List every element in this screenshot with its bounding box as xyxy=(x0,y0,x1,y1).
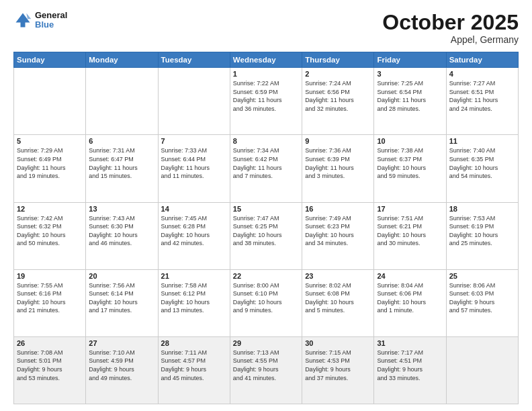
day-number: 26 xyxy=(17,339,83,347)
day-number: 18 xyxy=(449,205,515,213)
table-row: 13Sunrise: 7:43 AM Sunset: 6:30 PM Dayli… xyxy=(86,202,158,269)
day-info: Sunrise: 7:34 AM Sunset: 6:42 PM Dayligh… xyxy=(233,146,299,180)
day-info: Sunrise: 7:29 AM Sunset: 6:49 PM Dayligh… xyxy=(17,146,83,180)
table-row xyxy=(14,68,86,135)
table-row: 30Sunrise: 7:15 AM Sunset: 4:53 PM Dayli… xyxy=(302,336,374,404)
logo-line2: Blue xyxy=(35,20,67,30)
table-row: 1Sunrise: 7:22 AM Sunset: 6:59 PM Daylig… xyxy=(230,68,302,135)
table-row: 27Sunrise: 7:10 AM Sunset: 4:59 PM Dayli… xyxy=(86,336,158,404)
table-row: 31Sunrise: 7:17 AM Sunset: 4:51 PM Dayli… xyxy=(374,336,446,404)
day-number: 10 xyxy=(377,137,443,145)
day-number: 25 xyxy=(449,272,515,280)
day-info: Sunrise: 8:00 AM Sunset: 6:10 PM Dayligh… xyxy=(233,281,299,315)
table-row: 20Sunrise: 7:56 AM Sunset: 6:14 PM Dayli… xyxy=(86,269,158,336)
logo-line1: General xyxy=(35,11,67,20)
day-number: 27 xyxy=(89,339,154,347)
header-saturday: Saturday xyxy=(446,52,518,68)
header-friday: Friday xyxy=(374,52,446,68)
day-info: Sunrise: 7:47 AM Sunset: 6:25 PM Dayligh… xyxy=(233,214,299,248)
table-row: 6Sunrise: 7:31 AM Sunset: 6:47 PM Daylig… xyxy=(86,135,158,202)
svg-marker-1 xyxy=(26,13,31,19)
table-row: 11Sunrise: 7:40 AM Sunset: 6:35 PM Dayli… xyxy=(446,135,518,202)
calendar-week-row: 26Sunrise: 7:08 AM Sunset: 5:01 PM Dayli… xyxy=(14,336,519,404)
table-row: 12Sunrise: 7:42 AM Sunset: 6:32 PM Dayli… xyxy=(14,202,86,269)
page: General Blue October 2025 Appel, Germany… xyxy=(0,0,532,411)
day-number: 31 xyxy=(377,339,443,347)
table-row: 22Sunrise: 8:00 AM Sunset: 6:10 PM Dayli… xyxy=(230,269,302,336)
day-number: 21 xyxy=(161,272,227,280)
day-info: Sunrise: 8:02 AM Sunset: 6:08 PM Dayligh… xyxy=(305,281,371,315)
header-thursday: Thursday xyxy=(302,52,374,68)
day-number: 15 xyxy=(233,205,299,213)
table-row xyxy=(158,68,230,135)
day-number: 6 xyxy=(89,137,154,145)
table-row: 26Sunrise: 7:08 AM Sunset: 5:01 PM Dayli… xyxy=(14,336,86,404)
day-number: 5 xyxy=(17,137,83,145)
day-info: Sunrise: 7:22 AM Sunset: 6:59 PM Dayligh… xyxy=(233,79,299,113)
table-row: 8Sunrise: 7:34 AM Sunset: 6:42 PM Daylig… xyxy=(230,135,302,202)
table-row xyxy=(86,68,158,135)
weekday-header-row: Sunday Monday Tuesday Wednesday Thursday… xyxy=(14,52,519,68)
table-row xyxy=(446,336,518,404)
table-row: 21Sunrise: 7:58 AM Sunset: 6:12 PM Dayli… xyxy=(158,269,230,336)
calendar-week-row: 1Sunrise: 7:22 AM Sunset: 6:59 PM Daylig… xyxy=(14,68,519,135)
day-info: Sunrise: 7:55 AM Sunset: 6:16 PM Dayligh… xyxy=(17,281,83,315)
day-info: Sunrise: 7:40 AM Sunset: 6:35 PM Dayligh… xyxy=(449,146,515,180)
table-row: 19Sunrise: 7:55 AM Sunset: 6:16 PM Dayli… xyxy=(14,269,86,336)
header-monday: Monday xyxy=(86,52,158,68)
day-info: Sunrise: 7:31 AM Sunset: 6:47 PM Dayligh… xyxy=(89,146,154,180)
calendar-title: October 2025 xyxy=(382,11,519,34)
table-row: 14Sunrise: 7:45 AM Sunset: 6:28 PM Dayli… xyxy=(158,202,230,269)
table-row: 3Sunrise: 7:25 AM Sunset: 6:54 PM Daylig… xyxy=(374,68,446,135)
logo-icon xyxy=(13,11,32,30)
calendar-subtitle: Appel, Germany xyxy=(382,34,519,45)
logo: General Blue xyxy=(13,11,67,30)
table-row: 24Sunrise: 8:04 AM Sunset: 6:06 PM Dayli… xyxy=(374,269,446,336)
day-number: 30 xyxy=(305,339,371,347)
day-info: Sunrise: 7:11 AM Sunset: 4:57 PM Dayligh… xyxy=(161,349,227,382)
day-info: Sunrise: 7:10 AM Sunset: 4:59 PM Dayligh… xyxy=(89,349,154,382)
header-tuesday: Tuesday xyxy=(158,52,230,68)
day-number: 3 xyxy=(377,70,443,78)
day-number: 24 xyxy=(377,272,443,280)
day-info: Sunrise: 8:06 AM Sunset: 6:03 PM Dayligh… xyxy=(449,281,515,315)
table-row: 2Sunrise: 7:24 AM Sunset: 6:56 PM Daylig… xyxy=(302,68,374,135)
day-info: Sunrise: 7:42 AM Sunset: 6:32 PM Dayligh… xyxy=(17,214,83,248)
day-info: Sunrise: 7:43 AM Sunset: 6:30 PM Dayligh… xyxy=(89,214,154,248)
day-number: 1 xyxy=(233,70,299,78)
day-info: Sunrise: 7:58 AM Sunset: 6:12 PM Dayligh… xyxy=(161,281,227,315)
table-row: 7Sunrise: 7:33 AM Sunset: 6:44 PM Daylig… xyxy=(158,135,230,202)
day-info: Sunrise: 7:15 AM Sunset: 4:53 PM Dayligh… xyxy=(305,349,371,382)
day-number: 29 xyxy=(233,339,299,347)
table-row: 5Sunrise: 7:29 AM Sunset: 6:49 PM Daylig… xyxy=(14,135,86,202)
day-info: Sunrise: 7:13 AM Sunset: 4:55 PM Dayligh… xyxy=(233,349,299,382)
day-number: 13 xyxy=(89,205,154,213)
day-info: Sunrise: 7:56 AM Sunset: 6:14 PM Dayligh… xyxy=(89,281,154,315)
calendar-week-row: 12Sunrise: 7:42 AM Sunset: 6:32 PM Dayli… xyxy=(14,202,519,269)
day-number: 22 xyxy=(233,272,299,280)
day-info: Sunrise: 7:38 AM Sunset: 6:37 PM Dayligh… xyxy=(377,146,443,180)
header-wednesday: Wednesday xyxy=(230,52,302,68)
day-number: 7 xyxy=(161,137,227,145)
header-sunday: Sunday xyxy=(14,52,86,68)
day-number: 19 xyxy=(17,272,83,280)
table-row: 16Sunrise: 7:49 AM Sunset: 6:23 PM Dayli… xyxy=(302,202,374,269)
day-number: 14 xyxy=(161,205,227,213)
day-number: 9 xyxy=(305,137,371,145)
table-row: 17Sunrise: 7:51 AM Sunset: 6:21 PM Dayli… xyxy=(374,202,446,269)
day-number: 12 xyxy=(17,205,83,213)
title-block: October 2025 Appel, Germany xyxy=(382,11,519,45)
day-info: Sunrise: 7:25 AM Sunset: 6:54 PM Dayligh… xyxy=(377,79,443,113)
day-info: Sunrise: 7:36 AM Sunset: 6:39 PM Dayligh… xyxy=(305,146,371,180)
table-row: 29Sunrise: 7:13 AM Sunset: 4:55 PM Dayli… xyxy=(230,336,302,404)
table-row: 28Sunrise: 7:11 AM Sunset: 4:57 PM Dayli… xyxy=(158,336,230,404)
table-row: 18Sunrise: 7:53 AM Sunset: 6:19 PM Dayli… xyxy=(446,202,518,269)
header: General Blue October 2025 Appel, Germany xyxy=(13,11,519,45)
logo-text: General Blue xyxy=(35,11,67,30)
calendar-table: Sunday Monday Tuesday Wednesday Thursday… xyxy=(13,52,519,404)
day-info: Sunrise: 7:08 AM Sunset: 5:01 PM Dayligh… xyxy=(17,349,83,382)
day-number: 16 xyxy=(305,205,371,213)
table-row: 9Sunrise: 7:36 AM Sunset: 6:39 PM Daylig… xyxy=(302,135,374,202)
day-info: Sunrise: 7:17 AM Sunset: 4:51 PM Dayligh… xyxy=(377,349,443,382)
table-row: 23Sunrise: 8:02 AM Sunset: 6:08 PM Dayli… xyxy=(302,269,374,336)
